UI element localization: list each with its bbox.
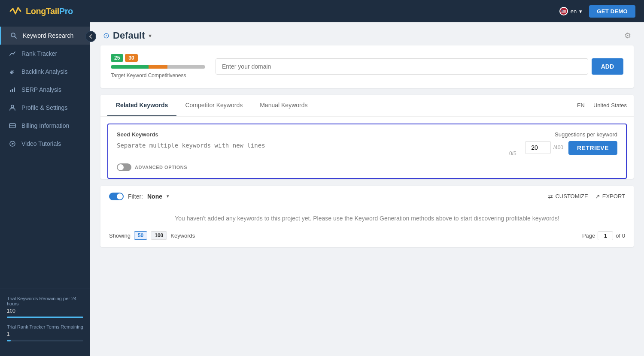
keywords-label: Keywords xyxy=(170,232,195,239)
suggestions-max: /400 xyxy=(553,145,563,151)
sidebar-nav: Keyword Research Rank Tracker Backlink A… xyxy=(0,27,90,289)
advanced-options-row: ADVANCED OPTIONS xyxy=(117,163,617,171)
domain-input[interactable] xyxy=(216,58,588,75)
showing-wrap: Showing 50 100 Keywords xyxy=(109,231,195,240)
sidebar-label-serp-analysis: SERP Analysis xyxy=(21,86,61,93)
tkc-domain-card: 25 30 Target Keyword Competitiveness ADD xyxy=(100,45,634,88)
page-title-wrap: ⊙ Default ▾ xyxy=(103,30,152,41)
export-button[interactable]: ↗ EXPORT xyxy=(595,193,625,200)
customize-icon: ⇄ xyxy=(548,193,553,200)
sidebar-label-rank-tracker: Rank Tracker xyxy=(21,50,57,57)
tkc-badge-orange: 30 xyxy=(125,54,137,62)
logo[interactable]: LongTailPro xyxy=(9,4,73,18)
retrieve-button[interactable]: RETRIEVE xyxy=(568,141,617,155)
suggestions-value-input[interactable] xyxy=(525,141,551,154)
sidebar-item-video-tutorials[interactable]: Video Tutorials xyxy=(0,135,90,153)
trial-rank-label: Trial Rank Tracker Terms Remaining xyxy=(7,324,83,329)
svg-marker-10 xyxy=(12,143,14,145)
page-total: of 0 xyxy=(616,232,625,239)
tab-competitor-keywords[interactable]: Competitor Keywords xyxy=(176,95,251,116)
tkc-label: Target Keyword Competitiveness xyxy=(111,72,205,79)
sidebar-item-profile-settings[interactable]: Profile & Settings xyxy=(0,99,90,117)
info-circle-icon: ⊙ xyxy=(103,31,109,40)
results-section: Filter: None ▾ ⇄ CUSTOMIZE ↗ EXPORT You … xyxy=(100,186,634,247)
page-input[interactable] xyxy=(598,231,613,240)
project-dropdown-arrow[interactable]: ▾ xyxy=(149,32,152,39)
language-selector[interactable]: 🇺🇸 en ▾ xyxy=(559,7,582,15)
trending-up-icon xyxy=(9,50,16,57)
tabs-section: Related Keywords Competitor Keywords Man… xyxy=(100,95,634,179)
filter-label: Filter: xyxy=(128,193,143,200)
advanced-options-label: ADVANCED OPTIONS xyxy=(135,165,187,170)
lang-label: en xyxy=(571,8,577,15)
sidebar-item-backlink-analysis[interactable]: Backlink Analysis xyxy=(0,63,90,81)
svg-rect-7 xyxy=(9,124,15,128)
content: ⊙ Default ▾ ⚙ 25 30 Target Keyword Compe… xyxy=(90,22,644,356)
advanced-options-toggle[interactable] xyxy=(117,163,131,171)
tab-manual-keywords[interactable]: Manual Keywords xyxy=(251,95,316,116)
play-circle-icon xyxy=(9,140,16,148)
settings-gear-icon[interactable]: ⚙ xyxy=(624,31,631,40)
filter-wrap: Filter: None ▾ xyxy=(109,193,169,200)
sidebar-item-keyword-research[interactable]: Keyword Research xyxy=(0,27,90,45)
svg-point-6 xyxy=(11,105,14,108)
page-wrap: Page of 0 xyxy=(582,231,625,240)
keyword-area-header: Seed Keywords Suggestions per keyword xyxy=(117,131,617,138)
sidebar-collapse-button[interactable] xyxy=(85,31,96,42)
customize-button[interactable]: ⇄ CUSTOMIZE xyxy=(548,193,588,200)
svg-line-2 xyxy=(15,36,16,38)
topbar: LongTailPro 🇺🇸 en ▾ GET DEMO xyxy=(0,0,644,22)
export-icon: ↗ xyxy=(595,193,600,200)
tab-related-keywords[interactable]: Related Keywords xyxy=(107,95,176,116)
project-name: Default xyxy=(113,30,145,41)
sidebar: Keyword Research Rank Tracker Backlink A… xyxy=(0,22,90,356)
add-domain-button[interactable]: ADD xyxy=(592,58,623,75)
results-footer: Showing 50 100 Keywords Page of 0 xyxy=(109,231,625,240)
trial-keywords-bar xyxy=(7,317,83,318)
keyword-count: 0/5 xyxy=(509,151,516,157)
trial-keywords-label: Trial Keywords Remaining per 24 hours xyxy=(7,296,83,306)
flag-icon: 🇺🇸 xyxy=(559,7,568,15)
showing-label: Showing xyxy=(109,232,131,239)
tkc-left: 25 30 Target Keyword Competitiveness xyxy=(111,54,205,79)
sidebar-item-serp-analysis[interactable]: SERP Analysis xyxy=(0,81,90,99)
toggle-knob xyxy=(118,164,124,170)
filter-toggle[interactable] xyxy=(109,193,124,200)
sidebar-item-billing-information[interactable]: Billing Information xyxy=(0,117,90,135)
suggestions-wrap: Suggestions per keyword xyxy=(555,131,617,138)
tabs-left: Related Keywords Competitor Keywords Man… xyxy=(107,95,316,116)
tkc-badge-green: 25 xyxy=(111,54,123,62)
page-label: Page xyxy=(582,232,595,239)
filter-toggle-knob xyxy=(117,193,123,199)
svg-rect-4 xyxy=(12,89,13,92)
sidebar-item-rank-tracker[interactable]: Rank Tracker xyxy=(0,45,90,63)
keyword-textarea-wrap: 0/5 xyxy=(117,141,520,158)
sidebar-label-backlink-analysis: Backlink Analysis xyxy=(21,68,67,75)
credit-card-icon xyxy=(9,122,16,130)
customize-label: CUSTOMIZE xyxy=(555,193,588,199)
keyword-textarea[interactable] xyxy=(117,141,520,157)
page-header: ⊙ Default ▾ ⚙ xyxy=(90,22,644,45)
count-50-badge[interactable]: 50 xyxy=(134,231,147,240)
sidebar-label-video-tutorials: Video Tutorials xyxy=(21,140,61,147)
domain-input-wrap: ADD xyxy=(216,58,623,75)
svg-rect-5 xyxy=(14,87,15,92)
bar-chart-icon xyxy=(9,86,16,94)
tabs-header: Related Keywords Competitor Keywords Man… xyxy=(100,95,634,117)
filter-dropdown-arrow[interactable]: ▾ xyxy=(167,193,169,199)
trial-rank-bar-fill xyxy=(7,340,11,341)
sidebar-bottom: Trial Keywords Remaining per 24 hours 10… xyxy=(0,289,90,356)
locale-country: United States xyxy=(593,102,627,109)
lang-arrow: ▾ xyxy=(579,8,582,15)
trial-rank-bar xyxy=(7,340,83,341)
seed-keywords-label: Seed Keywords xyxy=(117,131,158,138)
search-icon xyxy=(10,32,18,39)
tkc-badges: 25 30 xyxy=(111,54,205,62)
tkc-section: 25 30 Target Keyword Competitiveness ADD xyxy=(100,45,634,88)
get-demo-button[interactable]: GET DEMO xyxy=(589,5,635,18)
tabs-right: EN United States xyxy=(577,102,627,109)
results-toolbar: Filter: None ▾ ⇄ CUSTOMIZE ↗ EXPORT xyxy=(109,193,625,200)
count-100-badge[interactable]: 100 xyxy=(151,231,167,240)
svg-rect-3 xyxy=(10,90,11,92)
filter-value: None xyxy=(147,193,162,200)
